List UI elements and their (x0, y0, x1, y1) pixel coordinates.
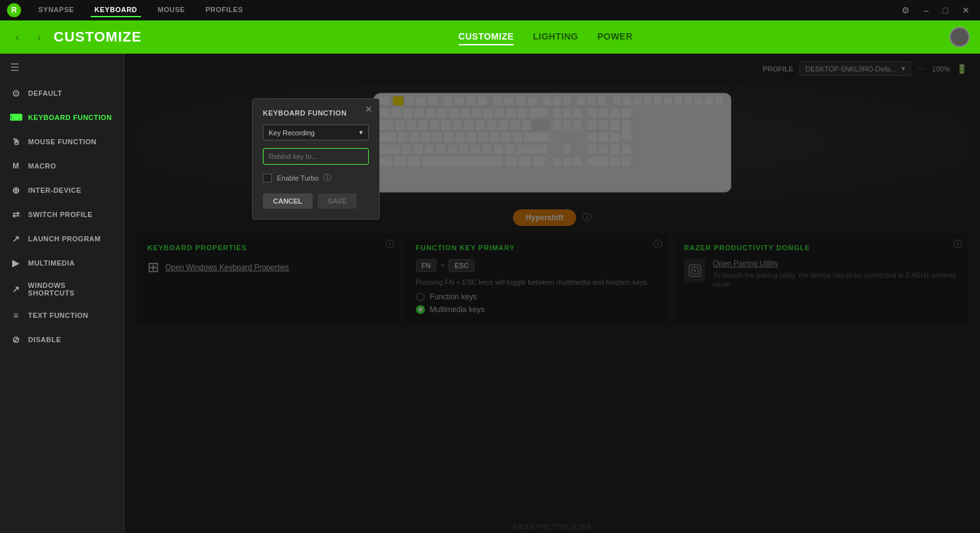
sidebar-item-switch-profile[interactable]: ⇄ SWITCH PROFILE (0, 202, 124, 227)
minimize-icon[interactable]: – (920, 4, 933, 17)
windows-shortcuts-icon: ↗ (10, 283, 22, 295)
sidebar-item-text-function[interactable]: ≡ TEXT FUNCTION (0, 303, 124, 327)
modal-turbo-label: Enable Turbo (277, 174, 318, 182)
sidebar-item-keyboard-function[interactable]: ⌨ KEYBOARD FUNCTION (0, 105, 124, 130)
razer-logo: R (6, 3, 22, 18)
save-button[interactable]: SAVE (318, 193, 357, 209)
toolbar-title: CUSTOMIZE (54, 29, 142, 45)
modal-overlay[interactable]: ✕ KEYBOARD FUNCTION Key Recording ▾ Enab… (124, 54, 980, 533)
nav-mouse[interactable]: MOUSE (154, 3, 189, 17)
sidebar-label-multimedia: MULTIMEDIA (28, 259, 75, 267)
mouse-function-icon: 🖱 (10, 136, 22, 147)
toolbar-tabs: CUSTOMIZE LIGHTING POWER (459, 29, 633, 45)
sidebar-item-multimedia[interactable]: ▶ MULTIMEDIA (0, 251, 124, 275)
modal-dropdown-chevron: ▾ (359, 128, 363, 137)
close-icon[interactable]: ✕ (958, 4, 974, 17)
sidebar-label-keyboard-function: KEYBOARD FUNCTION (28, 114, 112, 121)
modal-enable-turbo-row: Enable Turbo ⓘ (263, 172, 369, 183)
sidebar-label-macro: MACRO (28, 162, 56, 170)
turbo-info-icon[interactable]: ⓘ (323, 172, 331, 183)
modal-rebind-input[interactable] (263, 148, 369, 165)
sidebar-item-windows-shortcuts[interactable]: ↗ WINDOWS SHORTCUTS (0, 275, 124, 303)
tab-customize[interactable]: CUSTOMIZE (459, 29, 514, 45)
default-icon: ⊙ (10, 87, 22, 99)
sidebar-label-disable: DISABLE (28, 336, 61, 343)
sidebar-item-disable[interactable]: ⊘ DISABLE (0, 327, 124, 352)
sidebar-label-windows-shortcuts: WINDOWS SHORTCUTS (28, 282, 114, 297)
toolbar-left: ‹ › CUSTOMIZE (10, 28, 142, 47)
forward-button[interactable]: › (32, 28, 46, 47)
launch-program-icon: ↗ (10, 233, 22, 244)
modal-close-button[interactable]: ✕ (365, 104, 373, 114)
switch-profile-icon: ⇄ (10, 209, 22, 220)
sidebar-item-mouse-function[interactable]: 🖱 MOUSE FUNCTION (0, 130, 124, 154)
sidebar-label-mouse-function: MOUSE FUNCTION (28, 138, 96, 146)
title-bar-left: R SYNAPSE KEYBOARD MOUSE PROFILES (6, 3, 247, 18)
sidebar-label-text-function: TEXT FUNCTION (28, 312, 89, 319)
svg-text:R: R (11, 6, 17, 15)
modal-turbo-checkbox[interactable] (263, 174, 272, 183)
sidebar-item-macro[interactable]: M MACRO (0, 154, 124, 178)
modal-title: KEYBOARD FUNCTION (263, 109, 369, 117)
content-area: PROFILE DESKTOP-5NKL9RO-Defa... ▾ ··· 10… (124, 54, 980, 533)
title-bar: R SYNAPSE KEYBOARD MOUSE PROFILES ⚙ – □ … (0, 0, 980, 20)
text-function-icon: ≡ (10, 310, 22, 321)
nav-synapse[interactable]: SYNAPSE (34, 3, 78, 17)
main-layout: ☰ ⊙ DEFAULT ⌨ KEYBOARD FUNCTION 🖱 MOUSE … (0, 54, 980, 533)
keyboard-function-icon: ⌨ (10, 112, 22, 123)
hamburger-icon[interactable]: ☰ (0, 54, 124, 81)
tab-lighting[interactable]: LIGHTING (533, 29, 578, 45)
sidebar-label-inter-device: INTER-DEVICE (28, 186, 82, 194)
sidebar-label-default: DEFAULT (28, 89, 62, 97)
sidebar-item-default[interactable]: ⊙ DEFAULT (0, 81, 124, 105)
sidebar: ☰ ⊙ DEFAULT ⌨ KEYBOARD FUNCTION 🖱 MOUSE … (0, 54, 124, 533)
avatar[interactable] (949, 27, 970, 47)
modal-buttons: CANCEL SAVE (263, 193, 369, 209)
sidebar-item-launch-program[interactable]: ↗ LAUNCH PROGRAM (0, 227, 124, 251)
toolbar-right (949, 27, 970, 47)
sidebar-label-switch-profile: SWITCH PROFILE (28, 211, 93, 218)
keyboard-function-modal: ✕ KEYBOARD FUNCTION Key Recording ▾ Enab… (252, 98, 380, 220)
modal-function-dropdown[interactable]: Key Recording ▾ (263, 124, 369, 140)
back-button[interactable]: ‹ (10, 28, 24, 47)
top-toolbar: ‹ › CUSTOMIZE CUSTOMIZE LIGHTING POWER (0, 20, 980, 54)
inter-device-icon: ⊕ (10, 184, 22, 196)
title-bar-nav: SYNAPSE KEYBOARD MOUSE PROFILES (34, 3, 247, 17)
cancel-button[interactable]: CANCEL (263, 193, 313, 209)
modal-dropdown-value: Key Recording (269, 129, 315, 137)
nav-keyboard[interactable]: KEYBOARD (91, 3, 141, 17)
macro-icon: M (10, 160, 22, 172)
tab-power[interactable]: POWER (597, 29, 632, 45)
maximize-icon[interactable]: □ (939, 4, 952, 17)
sidebar-item-inter-device[interactable]: ⊕ INTER-DEVICE (0, 178, 124, 202)
multimedia-icon: ▶ (10, 257, 22, 269)
disable-icon: ⊘ (10, 334, 22, 345)
nav-profiles[interactable]: PROFILES (202, 3, 247, 17)
sidebar-label-launch-program: LAUNCH PROGRAM (28, 235, 101, 243)
settings-icon[interactable]: ⚙ (898, 4, 914, 17)
title-bar-right: ⚙ – □ ✕ (898, 4, 974, 17)
